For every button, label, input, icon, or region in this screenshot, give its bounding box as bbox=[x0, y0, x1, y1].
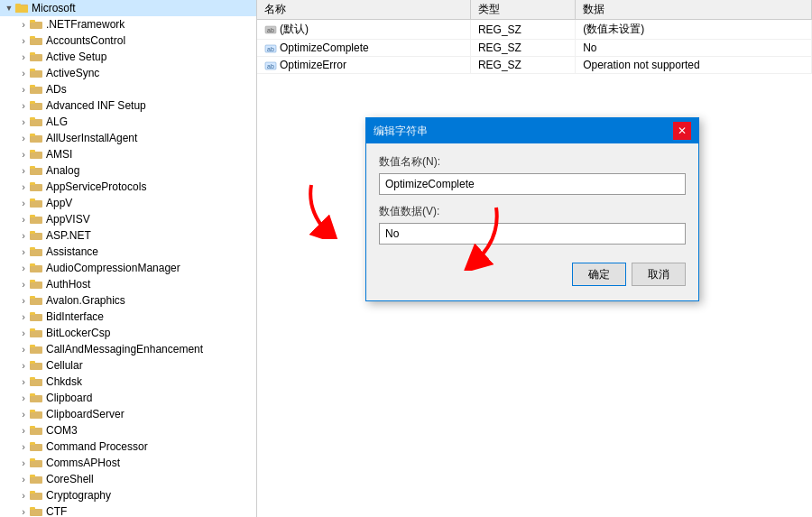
tree-item[interactable]: ›CommsAPHost bbox=[0, 455, 256, 471]
tree-item[interactable]: ›.NETFramework bbox=[0, 16, 256, 32]
folder-icon bbox=[29, 34, 43, 47]
tree-item-label: ADs bbox=[46, 83, 67, 96]
tree-arrow: › bbox=[18, 181, 29, 192]
tree-item-label: Cryptography bbox=[46, 489, 111, 502]
tree-item[interactable]: ›Advanced INF Setup bbox=[0, 97, 256, 114]
tree-item-label: Clipboard bbox=[46, 392, 92, 404]
tree-item[interactable]: ›Cryptography bbox=[0, 487, 256, 503]
tree-arrow: › bbox=[18, 263, 29, 273]
tree-item[interactable]: ›AppVISV bbox=[0, 211, 256, 227]
svg-rect-31 bbox=[30, 231, 35, 234]
tree-arrow: › bbox=[18, 51, 29, 62]
tree-item[interactable]: ›Active Setup bbox=[0, 49, 256, 65]
tree-root[interactable]: ▼ Microsoft bbox=[0, 0, 256, 16]
svg-rect-33 bbox=[30, 247, 35, 250]
edit-string-dialog: 编辑字符串 ✕ 数值名称(N): 数值数据(V): 确定 取消 bbox=[365, 117, 699, 301]
tree-item[interactable]: ›ALG bbox=[0, 114, 256, 130]
data-input[interactable] bbox=[379, 223, 686, 245]
tree-item[interactable]: ›AuthHost bbox=[0, 276, 256, 292]
dialog-close-button[interactable]: ✕ bbox=[673, 122, 691, 140]
tree-item-label: AccountsControl bbox=[46, 34, 125, 47]
registry-tree[interactable]: ▼ Microsoft ›.NETFramework›AccountsContr… bbox=[0, 0, 257, 517]
tree-item[interactable]: ›CallAndMessagingEnhancement bbox=[0, 341, 256, 357]
ok-button[interactable]: 确定 bbox=[572, 263, 626, 286]
tree-item[interactable]: ›CTF bbox=[0, 503, 256, 517]
svg-rect-35 bbox=[30, 263, 35, 266]
tree-item-label: ASP.NET bbox=[46, 229, 91, 242]
svg-rect-41 bbox=[30, 312, 35, 315]
svg-rect-37 bbox=[30, 280, 35, 282]
tree-item[interactable]: ›BidInterface bbox=[0, 309, 256, 325]
tree-item-label: AppV bbox=[46, 197, 72, 209]
tree-arrow: › bbox=[18, 84, 29, 95]
tree-item[interactable]: ›BitLockerCsp bbox=[0, 325, 256, 341]
tree-arrow: › bbox=[18, 116, 29, 127]
tree-item[interactable]: ›AppV bbox=[0, 195, 256, 211]
tree-items: ›.NETFramework›AccountsControl›Active Se… bbox=[0, 16, 256, 517]
folder-icon bbox=[29, 99, 43, 112]
folder-icon bbox=[29, 440, 43, 453]
tree-item[interactable]: ›AMSI bbox=[0, 146, 256, 162]
svg-rect-16 bbox=[30, 119, 42, 126]
folder-icon bbox=[29, 213, 43, 226]
name-input[interactable] bbox=[379, 173, 686, 195]
folder-icon bbox=[29, 473, 43, 485]
folder-icon bbox=[29, 392, 43, 404]
cancel-button[interactable]: 取消 bbox=[632, 263, 686, 286]
folder-icon bbox=[29, 180, 43, 193]
name-label: 数值名称(N): bbox=[379, 154, 686, 170]
tree-item[interactable]: ›CoreShell bbox=[0, 471, 256, 487]
tree-item[interactable]: ›ASP.NET bbox=[0, 227, 256, 244]
folder-icon bbox=[29, 197, 43, 209]
svg-rect-27 bbox=[30, 198, 35, 201]
tree-item[interactable]: ›Avalon.Graphics bbox=[0, 292, 256, 309]
folder-icon bbox=[29, 51, 43, 63]
tree-item[interactable]: ›ActiveSync bbox=[0, 65, 256, 81]
tree-arrow: › bbox=[18, 441, 29, 452]
svg-rect-55 bbox=[30, 426, 35, 429]
tree-item-label: BidInterface bbox=[46, 310, 104, 323]
tree-item[interactable]: ›Cellular bbox=[0, 357, 256, 374]
svg-rect-23 bbox=[30, 166, 35, 169]
tree-item-label: AppVISV bbox=[46, 213, 90, 226]
svg-rect-47 bbox=[30, 361, 35, 364]
tree-item[interactable]: ›ADs bbox=[0, 81, 256, 97]
tree-arrow: › bbox=[18, 214, 29, 225]
tree-root-arrow: ▼ bbox=[4, 4, 14, 13]
svg-rect-12 bbox=[30, 87, 42, 94]
folder-icon bbox=[29, 457, 43, 469]
tree-arrow: › bbox=[18, 311, 29, 322]
tree-item[interactable]: ›Assistance bbox=[0, 244, 256, 260]
svg-rect-60 bbox=[30, 476, 42, 484]
svg-rect-20 bbox=[30, 152, 42, 159]
svg-rect-22 bbox=[30, 168, 42, 175]
svg-rect-53 bbox=[30, 410, 35, 412]
svg-rect-17 bbox=[30, 117, 35, 120]
tree-item[interactable]: ›Command Processor bbox=[0, 439, 256, 455]
tree-item[interactable]: ›ClipboardServer bbox=[0, 406, 256, 422]
tree-item[interactable]: ›Chkdsk bbox=[0, 374, 256, 390]
dialog-body: 数值名称(N): 数值数据(V): 确定 取消 bbox=[366, 143, 698, 300]
tree-item[interactable]: ›AllUserInstallAgent bbox=[0, 130, 256, 146]
dialog-title: 编辑字符串 bbox=[374, 124, 428, 139]
svg-rect-26 bbox=[30, 200, 42, 208]
tree-item[interactable]: ›Analog bbox=[0, 162, 256, 179]
tree-item[interactable]: ›AudioCompressionManager bbox=[0, 260, 256, 276]
tree-item[interactable]: ›AppServiceProtocols bbox=[0, 179, 256, 195]
tree-arrow: › bbox=[18, 246, 29, 257]
svg-rect-36 bbox=[30, 282, 42, 289]
svg-rect-29 bbox=[30, 215, 35, 217]
tree-item-label: Cellular bbox=[46, 359, 83, 372]
folder-icon bbox=[29, 148, 43, 161]
folder-icon bbox=[29, 294, 43, 307]
folder-icon bbox=[29, 310, 43, 323]
svg-rect-32 bbox=[30, 249, 42, 256]
tree-item-label: Avalon.Graphics bbox=[46, 294, 125, 307]
folder-icon bbox=[29, 245, 43, 258]
tree-item[interactable]: ›COM3 bbox=[0, 422, 256, 439]
svg-rect-40 bbox=[30, 314, 42, 321]
tree-item[interactable]: ›AccountsControl bbox=[0, 32, 256, 49]
folder-icon bbox=[29, 505, 43, 517]
svg-rect-65 bbox=[30, 507, 35, 510]
tree-item[interactable]: ›Clipboard bbox=[0, 390, 256, 406]
